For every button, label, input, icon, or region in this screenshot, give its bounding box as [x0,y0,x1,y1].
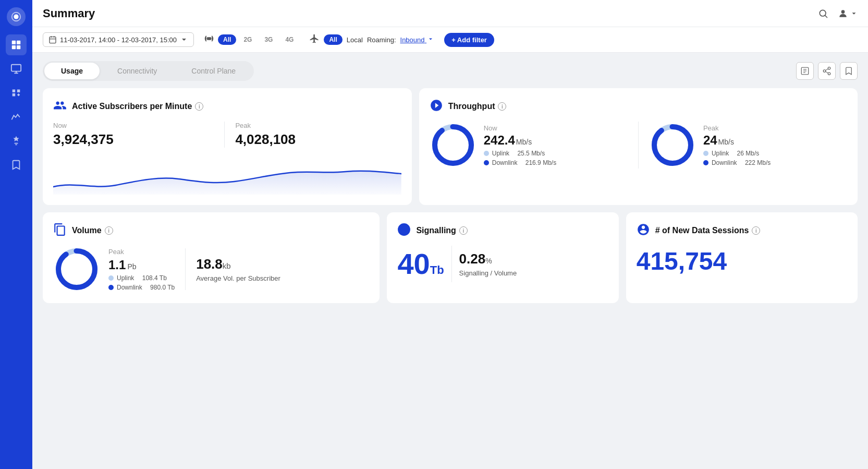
throughput-peak-uplink-legend: Uplink 26 Mb/s [703,150,771,157]
sidebar-logo[interactable] [7,7,26,26]
date-range-filter[interactable]: 11-03-2017, 14:00 - 12-03-2017, 15:00 [43,32,194,47]
tab-connectivity[interactable]: Connectivity [101,63,174,79]
main-content: Summary 11-03-2017, 14:00 - 12-03-2017, … [32,0,868,469]
svg-rect-6 [14,143,18,144]
date-range-value: 11-03-2017, 14:00 - 12-03-2017, 15:00 [60,36,177,44]
bottom-cards-row: Volume i Peak [43,212,858,303]
svg-rect-5 [11,65,21,71]
volume-donut [53,246,100,293]
sidebar-item-plugins[interactable] [6,130,27,151]
throughput-card-title: Throughput i [448,102,507,111]
volume-peak-value: 1.1Pb [108,258,175,272]
svg-point-17 [435,127,471,163]
network-icon [204,34,214,45]
sessions-card-title: # of New Data Sessions i [655,226,761,235]
volume-peak-label: Peak [108,248,175,256]
subscribers-card-header: Active Subscribers per Minute i [53,99,401,114]
signalling-icon [397,223,411,238]
throughput-now-label: Now [484,124,556,132]
sessions-icon [637,223,650,238]
subscribers-icon [53,99,67,114]
throughput-peak-value: 24Mb/s [703,133,771,148]
svg-point-14 [823,70,826,73]
throughput-now-info: Now 242.4Mb/s Uplink 25.5 Mb/s Downlink … [484,124,556,166]
throughput-now-value: 242.4Mb/s [484,133,556,148]
network-4g-pill[interactable]: 4G [280,34,299,45]
plane-icon [309,33,320,46]
bookmark-button[interactable] [840,62,858,80]
tab-actions [796,62,858,80]
throughput-now-downlink-legend: Downlink 216.9 Mb/s [484,159,556,166]
subscribers-peak-value: 4,028,108 [235,131,401,148]
volume-avg-value: 18.8kb [196,256,280,272]
sessions-card-header: # of New Data Sessions i [637,223,847,238]
signalling-value: 40 [397,247,430,280]
sidebar-item-bookmarks[interactable] [6,154,27,175]
signalling-body: 40Tb 0.28% Signalling / Volume [397,246,608,282]
svg-point-0 [14,14,18,19]
sessions-value: 415,754 [637,249,847,274]
sidebar-item-analytics[interactable] [6,106,27,127]
tab-control-plane[interactable]: Control Plane [175,63,252,79]
travel-all-pill[interactable]: All [324,34,342,45]
roaming-label: Roaming: [367,36,396,44]
subscribers-peak-label: Peak [235,122,401,129]
throughput-peak-donut [649,122,696,169]
subscribers-stats: Now 3,924,375 Peak 4,028,108 [53,122,401,148]
peak-downlink-dot [703,160,708,165]
share-button[interactable] [818,62,836,80]
sessions-info-icon[interactable]: i [752,226,760,235]
subscribers-now-block: Now 3,924,375 [53,122,219,148]
network-pill-group: All 2G 3G 4G [218,34,299,45]
network-filter: All 2G 3G 4G [204,34,299,45]
volume-downlink-dot [108,285,114,290]
volume-info-icon[interactable]: i [105,226,113,235]
throughput-info-icon[interactable]: i [498,102,506,111]
volume-left-section: Peak 1.1Pb Uplink 108.4 Tb Downlink 980.… [53,246,175,293]
subscribers-card: Active Subscribers per Minute i Now 3,92… [43,88,412,205]
throughput-icon [430,99,443,114]
throughput-peak-info: Peak 24Mb/s Uplink 26 Mb/s Downlink 222 … [703,124,771,166]
signalling-info-icon[interactable]: i [459,226,468,235]
roaming-filter: All Local Roaming: Inbound [309,33,434,46]
throughput-peak-section: Peak 24Mb/s Uplink 26 Mb/s Downlink 222 … [638,122,847,169]
downlink-dot [484,160,489,165]
network-2g-pill[interactable]: 2G [238,34,257,45]
tab-usage[interactable]: Usage [44,63,100,79]
throughput-body: Now 242.4Mb/s Uplink 25.5 Mb/s Downlink … [430,122,847,169]
volume-icon [53,223,67,238]
svg-rect-4 [17,45,20,49]
svg-rect-3 [12,45,16,49]
search-button[interactable] [815,5,832,22]
svg-point-9 [841,10,845,14]
sidebar-item-monitor[interactable] [6,58,27,79]
signalling-divider [451,246,452,282]
network-3g-pill[interactable]: 3G [259,34,278,45]
roaming-value-link[interactable]: Inbound [400,36,434,44]
signalling-card: Signalling i 40Tb 0.28% Signalling / Vol… [387,212,618,303]
top-cards-row: Active Subscribers per Minute i Now 3,92… [43,88,858,205]
local-label: Local [347,36,363,44]
sidebar-item-dashboard[interactable] [6,34,27,55]
svg-point-15 [828,73,830,75]
subscribers-info-icon[interactable]: i [195,102,203,111]
throughput-now-section: Now 242.4Mb/s Uplink 25.5 Mb/s Downlink … [430,122,628,169]
subscribers-now-label: Now [53,122,219,129]
network-all-pill[interactable]: All [218,34,236,45]
svg-point-11 [208,38,211,40]
volume-card-header: Volume i [53,223,369,238]
volume-stats: Peak 1.1Pb Uplink 108.4 Tb Downlink 980.… [108,248,175,291]
svg-point-19 [654,127,691,163]
topbar: Summary [32,0,868,27]
sidebar-item-widgets[interactable] [6,82,27,103]
add-filter-button[interactable]: + Add filter [444,33,494,47]
peak-uplink-dot [703,151,708,156]
user-menu-button[interactable] [838,8,858,19]
sidebar [0,0,32,469]
throughput-now-donut [430,122,476,169]
export-button[interactable] [796,62,814,80]
volume-card: Volume i Peak [43,212,380,303]
signalling-card-title: Signalling i [416,226,467,235]
throughput-card-header: Throughput i [430,99,847,114]
volume-uplink-legend: Uplink 108.4 Tb [108,274,175,282]
